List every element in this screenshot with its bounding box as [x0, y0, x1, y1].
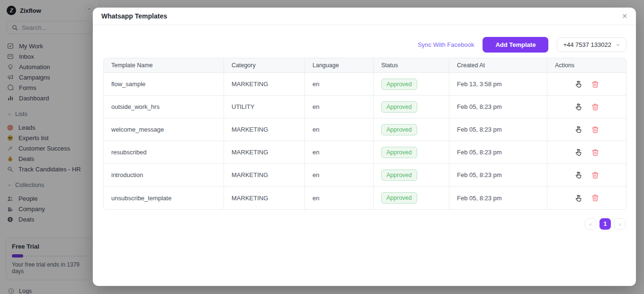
language-cell: en — [305, 141, 374, 163]
status-cell: Approved — [374, 187, 449, 209]
actions-cell — [547, 187, 626, 209]
category-cell: MARKETING — [224, 164, 305, 186]
table-row: flow_sample MARKETING en Approved Feb 13… — [104, 73, 626, 96]
status-cell: Approved — [374, 141, 449, 163]
table-body: flow_sample MARKETING en Approved Feb 13… — [104, 73, 626, 209]
actions-cell — [547, 118, 626, 141]
column-header-template-name: Template Name — [104, 58, 224, 72]
status-badge: Approved — [381, 124, 417, 135]
trash-icon[interactable] — [591, 125, 599, 134]
status-cell: Approved — [374, 96, 449, 118]
pagination-prev-button[interactable]: ‹ — [585, 218, 596, 230]
status-cell: Approved — [374, 164, 449, 186]
status-badge: Approved — [381, 169, 417, 181]
actions-cell — [547, 73, 626, 95]
phone-number-value: +44 7537 133022 — [563, 41, 611, 48]
created-at-cell: Feb 05, 8:23 pm — [449, 164, 547, 186]
template-name-cell: resubscribed — [104, 141, 224, 163]
modal-title: Whatsapp Templates — [101, 12, 167, 20]
column-header-language: Language — [305, 58, 374, 72]
column-header-status: Status — [374, 58, 449, 72]
actions-cell — [547, 164, 626, 186]
add-template-button[interactable]: Add Template — [483, 37, 548, 53]
chevron-down-icon — [616, 43, 620, 47]
column-header-created-at: Created At — [449, 58, 547, 72]
status-badge: Approved — [381, 147, 417, 158]
status-cell: Approved — [374, 73, 449, 95]
actions-cell — [547, 96, 626, 118]
table-row: unsubscribe_template MARKETING en Approv… — [104, 187, 626, 209]
category-cell: MARKETING — [224, 118, 305, 141]
pagination-next-button[interactable]: › — [614, 218, 626, 230]
phone-number-dropdown[interactable]: +44 7537 133022 — [557, 37, 626, 52]
template-name-cell: welcome_message — [104, 118, 224, 141]
language-cell: en — [305, 96, 374, 118]
trash-icon[interactable] — [591, 103, 599, 111]
template-name-cell: unsubscribe_template — [104, 187, 224, 209]
language-cell: en — [305, 164, 374, 186]
tap-preview-icon[interactable] — [574, 194, 583, 203]
table-header-row: Template Name Category Language Status C… — [104, 58, 626, 73]
tap-preview-icon[interactable] — [574, 102, 583, 111]
tap-preview-icon[interactable] — [574, 125, 583, 134]
template-name-cell: flow_sample — [104, 73, 224, 95]
trash-icon[interactable] — [591, 194, 599, 202]
template-name-cell: outside_work_hrs — [104, 96, 224, 118]
whatsapp-templates-modal: Whatsapp Templates ✕ Sync With Facebook … — [93, 8, 636, 286]
created-at-cell: Feb 05, 8:23 pm — [449, 187, 547, 209]
created-at-cell: Feb 13, 3:58 pm — [449, 73, 547, 95]
actions-cell — [547, 141, 626, 163]
column-header-actions: Actions — [547, 58, 626, 72]
trash-icon[interactable] — [591, 148, 599, 157]
status-cell: Approved — [374, 118, 449, 141]
tap-preview-icon[interactable] — [574, 148, 583, 157]
table-row: outside_work_hrs UTILITY en Approved Feb… — [104, 96, 626, 118]
category-cell: UTILITY — [224, 96, 305, 118]
tap-preview-icon[interactable] — [574, 80, 583, 89]
tap-preview-icon[interactable] — [574, 170, 583, 179]
created-at-cell: Feb 05, 8:23 pm — [449, 96, 547, 118]
category-cell: MARKETING — [224, 73, 305, 95]
language-cell: en — [305, 187, 374, 209]
status-badge: Approved — [381, 101, 417, 113]
table-row: introduction MARKETING en Approved Feb 0… — [104, 164, 626, 187]
created-at-cell: Feb 05, 8:23 pm — [449, 118, 547, 141]
category-cell: MARKETING — [224, 187, 305, 209]
templates-table: Template Name Category Language Status C… — [103, 58, 626, 210]
close-icon[interactable]: ✕ — [622, 13, 627, 19]
table-row: welcome_message MARKETING en Approved Fe… — [104, 118, 626, 141]
sync-with-facebook-link[interactable]: Sync With Facebook — [418, 41, 474, 48]
modal-header: Whatsapp Templates ✕ — [93, 8, 636, 25]
language-cell: en — [305, 73, 374, 95]
pagination: ‹ 1 › — [93, 218, 626, 230]
trash-icon[interactable] — [591, 171, 599, 179]
table-row: resubscribed MARKETING en Approved Feb 0… — [104, 141, 626, 164]
created-at-cell: Feb 05, 8:23 pm — [449, 141, 547, 163]
pagination-page-1-button[interactable]: 1 — [599, 218, 611, 230]
language-cell: en — [305, 118, 374, 141]
modal-toolbar: Sync With Facebook Add Template +44 7537… — [93, 25, 636, 53]
category-cell: MARKETING — [224, 141, 305, 163]
template-name-cell: introduction — [104, 164, 224, 186]
status-badge: Approved — [381, 79, 417, 90]
status-badge: Approved — [381, 192, 417, 204]
column-header-category: Category — [224, 58, 305, 72]
trash-icon[interactable] — [591, 80, 599, 89]
